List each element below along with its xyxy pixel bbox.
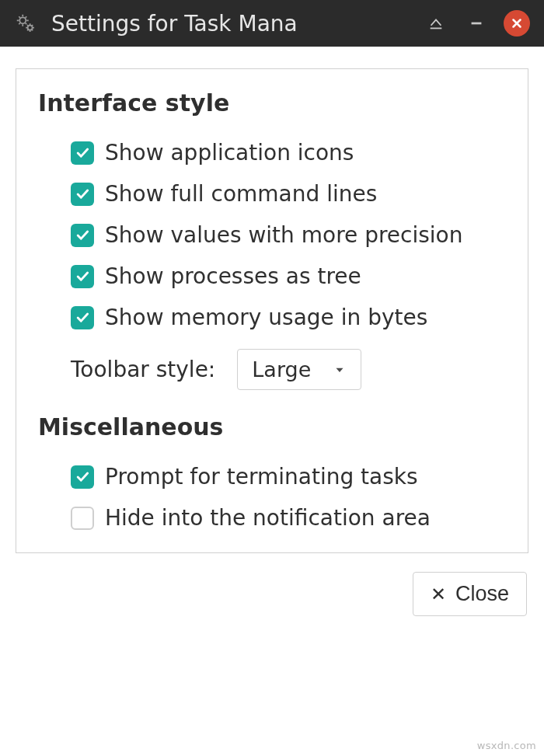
option-show-more-precision[interactable]: Show values with more precision	[38, 214, 506, 256]
settings-window: Settings for Task Mana Interface style	[0, 0, 544, 619]
svg-point-0	[19, 17, 26, 23]
checkbox-show-proc-tree[interactable]	[71, 265, 94, 288]
section-title-interface: Interface style	[38, 89, 506, 117]
option-show-app-icons[interactable]: Show application icons	[38, 132, 506, 173]
minimize-button[interactable]	[463, 10, 490, 37]
titlebar: Settings for Task Mana	[0, 0, 544, 47]
option-label: Prompt for terminating tasks	[105, 464, 418, 489]
option-label: Show application icons	[105, 140, 354, 165]
dialog-button-bar: ✕ Close	[0, 559, 544, 619]
option-hide-notif[interactable]: Hide into the notification area	[38, 497, 506, 538]
svg-point-1	[28, 26, 33, 30]
option-label: Show memory usage in bytes	[105, 305, 427, 330]
settings-panel: Interface style Show application icons S…	[16, 68, 528, 553]
checkbox-show-mem-bytes[interactable]	[71, 306, 94, 329]
close-button[interactable]: ✕ Close	[413, 572, 527, 616]
keep-above-icon[interactable]	[423, 10, 449, 37]
toolbar-style-value: Large	[252, 357, 311, 381]
close-icon: ✕	[431, 584, 446, 605]
option-show-proc-tree[interactable]: Show processes as tree	[38, 256, 506, 297]
checkbox-show-full-cmd[interactable]	[71, 183, 94, 206]
chevron-down-icon	[333, 363, 347, 377]
close-window-button[interactable]	[504, 10, 530, 37]
section-miscellaneous: Miscellaneous Prompt for terminating tas…	[38, 413, 506, 538]
option-label: Show values with more precision	[105, 222, 462, 248]
close-button-label: Close	[455, 582, 509, 606]
gear-icon	[14, 12, 37, 35]
watermark: wsxdn.com	[477, 740, 536, 751]
toolbar-style-label: Toolbar style:	[71, 357, 215, 382]
toolbar-style-combo[interactable]: Large	[237, 349, 361, 390]
option-label: Show full command lines	[105, 181, 377, 207]
checkbox-show-app-icons[interactable]	[71, 141, 94, 165]
option-prompt-terminate[interactable]: Prompt for terminating tasks	[38, 456, 506, 497]
checkbox-show-more-precision[interactable]	[71, 224, 94, 247]
toolbar-style-row: Toolbar style: Large	[38, 338, 506, 398]
section-interface-style: Interface style Show application icons S…	[38, 89, 506, 398]
checkbox-prompt-terminate[interactable]	[71, 465, 94, 489]
section-title-misc: Miscellaneous	[38, 413, 506, 441]
checkbox-hide-notif[interactable]	[71, 507, 94, 530]
option-show-mem-bytes[interactable]: Show memory usage in bytes	[38, 297, 506, 338]
option-label: Show processes as tree	[105, 263, 361, 289]
option-show-full-cmd[interactable]: Show full command lines	[38, 173, 506, 214]
option-label: Hide into the notification area	[105, 505, 431, 531]
window-title: Settings for Task Mana	[51, 11, 409, 37]
